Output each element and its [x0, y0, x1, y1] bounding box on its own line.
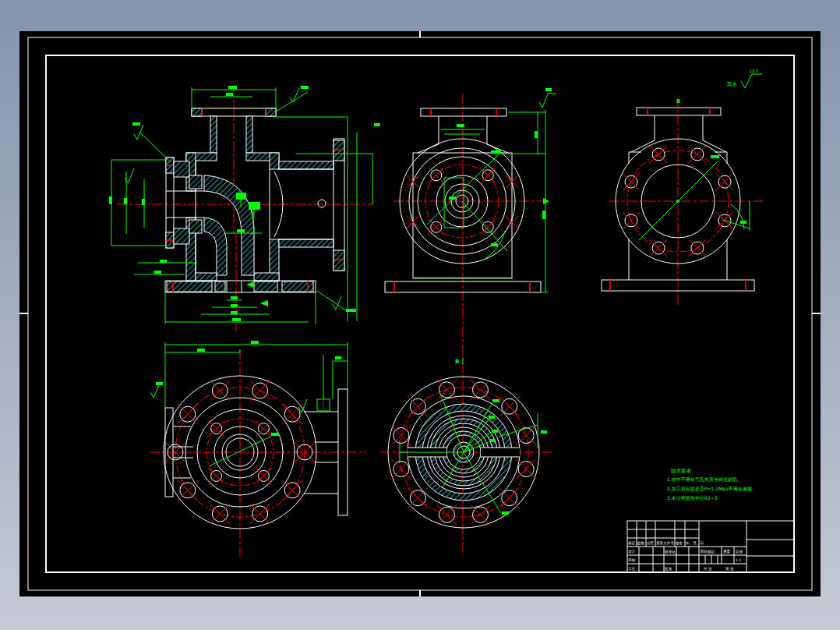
- tb-sheet-total: 共 张: [704, 567, 712, 572]
- view-section-b: B: [380, 358, 552, 528]
- note-line-3: 3.未注明圆角半径R2~3: [667, 495, 718, 501]
- note-line-2: 2.加工后应能承受P=1-2Mpa不得有渗漏.: [667, 486, 754, 492]
- view-main-section: [109, 86, 380, 331]
- tb-scale-value: 1:1: [736, 558, 741, 562]
- tb-rev-sign: 签名: [676, 541, 683, 545]
- tb-standardization: 标准化: [664, 550, 676, 554]
- notes-title: 技术要求: [670, 468, 692, 474]
- tb-rev-count: 处数: [637, 540, 645, 546]
- surface-finish-note: 其余 12.5: [726, 69, 762, 88]
- tb-sheet-no: 第 张: [725, 567, 734, 572]
- section-label-b-bottom: B: [455, 359, 459, 365]
- tb-check: 审核: [628, 558, 636, 562]
- technical-notes: 技术要求 1.铸件不得有气孔夹渣等铸造缺陷。 2.加工后应能承受P=1-2Mpa…: [667, 468, 754, 501]
- view-side: B: [602, 97, 764, 306]
- tb-rev-mark: 标记: [627, 540, 636, 546]
- tb-rev-zone: 分区: [646, 541, 655, 545]
- tb-rev-date: 年、月、日: [686, 541, 704, 546]
- tb-process: 工艺: [628, 566, 636, 571]
- title-block: 标记 处数 分区 更改文件号 签名 年、月、日 设计 标准化 审核 工艺 批准 …: [627, 521, 794, 572]
- cad-drawing-canvas[interactable]: 其余 12.5: [0, 0, 840, 630]
- dims-front-view: [413, 88, 556, 292]
- tb-stage-mark: 阶段标记: [701, 549, 715, 554]
- dims-side-view: [639, 155, 750, 240]
- tb-weight: 重量: [723, 549, 731, 554]
- cad-viewport: { "notes": { "title": "技术要求", "items": […: [0, 0, 840, 630]
- tb-design: 设计: [628, 549, 636, 554]
- tb-approve: 批准: [664, 567, 672, 572]
- sheet-frame: [19, 31, 821, 596]
- tb-scale: 比例: [736, 550, 743, 554]
- surface-note-prefix: 其余: [726, 81, 738, 87]
- tb-rev-file: 更改文件号: [656, 540, 674, 545]
- view-top: [150, 341, 366, 557]
- section-label-b-top: B: [676, 98, 680, 104]
- note-line-1: 1.铸件不得有气孔夹渣等铸造缺陷。: [667, 476, 742, 483]
- surface-note-value: 12.5: [750, 69, 758, 73]
